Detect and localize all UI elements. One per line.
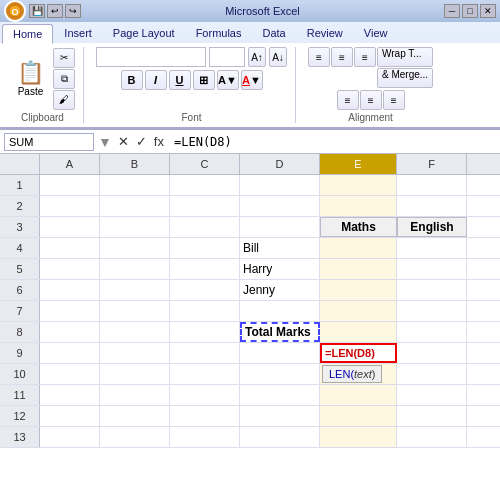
bold-button[interactable]: B xyxy=(121,70,143,90)
confirm-formula-btn[interactable]: ✓ xyxy=(134,134,149,149)
cell-e6[interactable] xyxy=(320,280,397,300)
window-controls[interactable]: ─ □ ✕ xyxy=(444,4,496,18)
align-bottom-left-btn[interactable]: ≡ xyxy=(337,90,359,110)
cell-b13[interactable] xyxy=(100,427,170,447)
tab-view[interactable]: View xyxy=(354,24,398,43)
cell-a1[interactable] xyxy=(40,175,100,195)
align-top-left-btn[interactable]: ≡ xyxy=(308,47,330,67)
cell-a11[interactable] xyxy=(40,385,100,405)
col-header-c[interactable]: C xyxy=(170,154,240,174)
font-size-increase-btn[interactable]: A↑ xyxy=(248,47,266,67)
cell-d9[interactable] xyxy=(240,343,320,363)
cell-e1[interactable] xyxy=(320,175,397,195)
cell-e4[interactable] xyxy=(320,238,397,258)
row-header-2[interactable]: 2 xyxy=(0,196,40,216)
cell-a13[interactable] xyxy=(40,427,100,447)
cell-d4[interactable]: Bill xyxy=(240,238,320,258)
cell-a4[interactable] xyxy=(40,238,100,258)
tab-data[interactable]: Data xyxy=(252,24,295,43)
cell-c13[interactable] xyxy=(170,427,240,447)
cell-f7[interactable] xyxy=(397,301,467,321)
row-header-12[interactable]: 12 xyxy=(0,406,40,426)
cell-c12[interactable] xyxy=(170,406,240,426)
cell-c3[interactable] xyxy=(170,217,240,237)
tab-page-layout[interactable]: Page Layout xyxy=(103,24,185,43)
cell-f1[interactable] xyxy=(397,175,467,195)
cell-d11[interactable] xyxy=(240,385,320,405)
undo-btn[interactable]: ↩ xyxy=(47,4,63,18)
border-button[interactable]: ⊞ xyxy=(193,70,215,90)
cell-b12[interactable] xyxy=(100,406,170,426)
cell-e9[interactable]: =LEN(D8) LEN(text) xyxy=(320,343,397,363)
col-header-a[interactable]: A xyxy=(40,154,100,174)
align-bottom-right-btn[interactable]: ≡ xyxy=(383,90,405,110)
row-header-6[interactable]: 6 xyxy=(0,280,40,300)
row-header-11[interactable]: 11 xyxy=(0,385,40,405)
cell-a9[interactable] xyxy=(40,343,100,363)
redo-btn[interactable]: ↪ xyxy=(65,4,81,18)
fill-color-button[interactable]: A▼ xyxy=(217,70,239,90)
italic-button[interactable]: I xyxy=(145,70,167,90)
row-header-4[interactable]: 4 xyxy=(0,238,40,258)
cell-f13[interactable] xyxy=(397,427,467,447)
cell-d12[interactable] xyxy=(240,406,320,426)
col-header-d[interactable]: D xyxy=(240,154,320,174)
cell-c8[interactable] xyxy=(170,322,240,342)
cancel-formula-btn[interactable]: ✕ xyxy=(116,134,131,149)
underline-button[interactable]: U xyxy=(169,70,191,90)
cell-b7[interactable] xyxy=(100,301,170,321)
row-header-9[interactable]: 9 xyxy=(0,343,40,363)
cell-b3[interactable] xyxy=(100,217,170,237)
cell-f12[interactable] xyxy=(397,406,467,426)
copy-button[interactable]: ⧉ xyxy=(53,69,75,89)
row-header-3[interactable]: 3 xyxy=(0,217,40,237)
close-btn[interactable]: ✕ xyxy=(480,4,496,18)
cell-b8[interactable] xyxy=(100,322,170,342)
cell-e8[interactable] xyxy=(320,322,397,342)
cell-d10[interactable] xyxy=(240,364,320,384)
merge-button[interactable]: & Merge... xyxy=(377,68,433,88)
font-size-decrease-btn[interactable]: A↓ xyxy=(269,47,287,67)
cell-e12[interactable] xyxy=(320,406,397,426)
cell-b5[interactable] xyxy=(100,259,170,279)
cell-d7[interactable] xyxy=(240,301,320,321)
cell-c2[interactable] xyxy=(170,196,240,216)
cell-c4[interactable] xyxy=(170,238,240,258)
tab-home[interactable]: Home xyxy=(2,24,53,44)
tab-review[interactable]: Review xyxy=(297,24,353,43)
cell-c5[interactable] xyxy=(170,259,240,279)
col-header-e[interactable]: E xyxy=(320,154,397,174)
cell-f5[interactable] xyxy=(397,259,467,279)
tab-insert[interactable]: Insert xyxy=(54,24,102,43)
cell-c11[interactable] xyxy=(170,385,240,405)
office-button[interactable]: O xyxy=(4,0,26,22)
col-header-f[interactable]: F xyxy=(397,154,467,174)
cell-d2[interactable] xyxy=(240,196,320,216)
cell-f6[interactable] xyxy=(397,280,467,300)
cell-e11[interactable] xyxy=(320,385,397,405)
row-header-13[interactable]: 13 xyxy=(0,427,40,447)
cell-a10[interactable] xyxy=(40,364,100,384)
cell-a5[interactable] xyxy=(40,259,100,279)
align-top-right-btn[interactable]: ≡ xyxy=(354,47,376,67)
cell-b1[interactable] xyxy=(100,175,170,195)
cell-f3[interactable]: English xyxy=(397,217,467,237)
cell-c10[interactable] xyxy=(170,364,240,384)
cell-f4[interactable] xyxy=(397,238,467,258)
quick-save-btn[interactable]: 💾 xyxy=(29,4,45,18)
cell-a6[interactable] xyxy=(40,280,100,300)
cell-b6[interactable] xyxy=(100,280,170,300)
cell-e7[interactable] xyxy=(320,301,397,321)
font-size-input[interactable]: 11 xyxy=(209,47,245,67)
maximize-btn[interactable]: □ xyxy=(462,4,478,18)
cell-f10[interactable] xyxy=(397,364,467,384)
cell-c7[interactable] xyxy=(170,301,240,321)
cell-a2[interactable] xyxy=(40,196,100,216)
cell-d13[interactable] xyxy=(240,427,320,447)
cell-f11[interactable] xyxy=(397,385,467,405)
cell-e2[interactable] xyxy=(320,196,397,216)
format-painter-button[interactable]: 🖌 xyxy=(53,90,75,110)
cut-button[interactable]: ✂ xyxy=(53,48,75,68)
dropdown-arrow-icon[interactable]: ▼ xyxy=(98,134,112,150)
cell-c6[interactable] xyxy=(170,280,240,300)
